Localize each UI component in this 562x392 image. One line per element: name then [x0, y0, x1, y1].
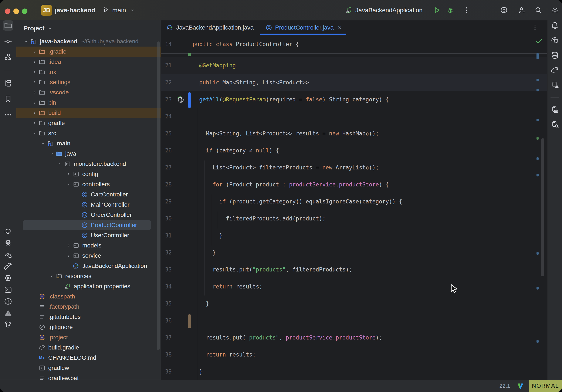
tree-item-gradle[interactable]: gradle — [16, 118, 161, 128]
code-line-38[interactable]: 38return results; — [161, 346, 547, 363]
running-devices-button[interactable] — [550, 80, 560, 90]
tree-item-.idea[interactable]: .idea — [16, 57, 161, 67]
chevron-collapsed-icon[interactable] — [31, 119, 38, 127]
tree-item-models[interactable]: models — [16, 240, 161, 251]
device-explorer-button[interactable] — [550, 119, 560, 130]
gradle-tool-button[interactable] — [550, 65, 560, 75]
version-control-tool-button[interactable] — [3, 320, 13, 330]
chevron-expanded-icon[interactable] — [22, 38, 30, 45]
code-with-me-button[interactable] — [518, 0, 526, 20]
ai-assistant-button[interactable] — [500, 0, 508, 20]
chevron-expanded-icon[interactable] — [31, 130, 38, 137]
chevron-collapsed-icon[interactable] — [31, 109, 38, 117]
project-tool-button[interactable] — [3, 20, 13, 31]
chevron-collapsed-icon[interactable] — [31, 68, 38, 76]
code-line-29[interactable]: 29if (product.getCategory().equalsIgnore… — [161, 193, 547, 210]
code-line-33[interactable]: 33results.put("products", filteredProduc… — [161, 261, 547, 278]
tree-item-changelog.md[interactable]: MCHANGELOG.md — [16, 353, 161, 363]
analysis-mark[interactable] — [537, 89, 539, 91]
tree-item-application.properties[interactable]: application.properties — [16, 281, 161, 291]
tree-item-service[interactable]: service — [16, 251, 161, 261]
more-tool-windows-button[interactable] — [3, 110, 13, 120]
branch-selector[interactable]: main — [112, 0, 126, 20]
code-line-28[interactable]: 28for (Product product : productService.… — [161, 176, 547, 193]
run-button[interactable] — [433, 0, 441, 20]
tree-item-javabackendapplication[interactable]: JavaBackendApplication — [16, 261, 161, 271]
analysis-mark[interactable] — [537, 174, 539, 177]
code-line-23[interactable]: 23getAll(@RequestParam(required = false)… — [161, 91, 547, 108]
code-line-22[interactable]: 22public Map<String, List<Product>> — [161, 74, 547, 91]
build-tool-button[interactable] — [3, 261, 13, 272]
code-line-36[interactable]: 36 — [161, 312, 547, 329]
tree-item-java[interactable]: java — [16, 149, 161, 159]
chevron-collapsed-icon[interactable] — [65, 252, 72, 260]
tree-item-.factorypath[interactable]: .factorypath — [16, 302, 161, 312]
incognito-tool-button[interactable] — [3, 238, 13, 248]
code-line-34[interactable]: 34return results; — [161, 278, 547, 295]
code-line-37[interactable]: 37results.put("products", productService… — [161, 329, 547, 346]
code-line-39[interactable]: 39} — [161, 363, 547, 380]
analysis-mark[interactable] — [537, 157, 539, 160]
structure-tool-button[interactable] — [3, 52, 13, 62]
bookmarks-tool-button[interactable] — [3, 94, 13, 104]
tree-item-java-backend[interactable]: java-backend~/Github/java-backend — [16, 36, 161, 47]
ai-assistant-tool-button[interactable] — [550, 35, 560, 46]
analysis-mark[interactable] — [537, 340, 539, 343]
device-manager-button[interactable] — [550, 105, 560, 115]
ideavim-icon[interactable] — [516, 382, 524, 390]
tree-item-.nx[interactable]: .nx — [16, 67, 161, 77]
warnings-tool-button[interactable] — [3, 308, 13, 318]
tree-item-controllers[interactable]: controllers — [16, 179, 161, 190]
chevron-collapsed-icon[interactable] — [31, 48, 38, 56]
analysis-mark[interactable] — [537, 119, 539, 121]
analysis-mark[interactable] — [537, 79, 539, 81]
project-scrollbar[interactable] — [157, 41, 160, 350]
tab-javabackendapplication[interactable]: JavaBackendApplication.java — [164, 20, 259, 35]
tree-item-cartcontroller[interactable]: CCartController — [16, 190, 161, 200]
code-line-26[interactable]: 26if (category ≠ null) { — [161, 142, 547, 159]
tree-item-usercontroller[interactable]: CUserController — [16, 230, 161, 240]
tree-item-.settings[interactable]: .settings — [16, 77, 161, 87]
run-configuration-selector[interactable]: JavaBackendApplication — [355, 0, 422, 20]
vim-mode-badge[interactable]: NORMAL — [529, 380, 562, 392]
tree-item-.gitignore[interactable]: .gitignore — [16, 322, 161, 332]
chevron-expanded-icon[interactable] — [65, 180, 72, 188]
tree-item-gradlew[interactable]: gradlew — [16, 363, 161, 373]
minimize-button[interactable] — [13, 9, 19, 14]
analysis-mark[interactable] — [537, 137, 539, 140]
database-tool-button[interactable] — [550, 50, 560, 60]
hierarchy-tool-button[interactable] — [3, 78, 13, 88]
tree-item-main[interactable]: main — [16, 138, 161, 149]
debug-button[interactable] — [446, 0, 455, 20]
search-everywhere-button[interactable] — [534, 0, 542, 20]
chevron-expanded-icon[interactable] — [39, 140, 47, 147]
tree-item-gradlew.bat[interactable]: gradlew.bat — [16, 373, 161, 380]
tree-item-.project[interactable]: .project — [16, 332, 161, 343]
profiler-tool-button[interactable] — [3, 249, 13, 260]
caret-position[interactable]: 22:1 — [499, 383, 510, 389]
analysis-mark[interactable] — [537, 53, 539, 59]
chevron-collapsed-icon[interactable] — [31, 58, 38, 66]
tree-item-.vscode[interactable]: .vscode — [16, 87, 161, 98]
zoom-button[interactable] — [22, 9, 27, 14]
code-line-25[interactable]: 25Map<String, List<Product>> results = n… — [161, 125, 547, 142]
chevron-collapsed-icon[interactable] — [65, 170, 72, 178]
tree-item-src[interactable]: src — [16, 128, 161, 138]
code-line-32[interactable]: 32} — [161, 244, 547, 261]
code-line-24[interactable]: 24 — [161, 108, 547, 125]
close-button[interactable] — [5, 9, 11, 14]
code-line-31[interactable]: 31} — [161, 227, 547, 244]
tree-item-build[interactable]: build — [16, 108, 161, 118]
inspections-ok-icon[interactable] — [535, 37, 543, 45]
tree-item-maincontroller[interactable]: CMainController — [16, 200, 161, 210]
code-line-27[interactable]: 27List<Product> filteredProducts = new A… — [161, 159, 547, 176]
chevron-expanded-icon[interactable] — [48, 272, 56, 280]
commit-tool-button[interactable] — [3, 36, 13, 46]
more-actions-button[interactable] — [463, 0, 471, 20]
project-panel-header[interactable]: Project — [16, 20, 161, 36]
services-tool-button[interactable] — [3, 273, 13, 283]
chevron-collapsed-icon[interactable] — [31, 99, 38, 107]
tree-item-.classpath[interactable]: .classpath — [16, 291, 161, 302]
settings-button[interactable] — [551, 0, 559, 20]
chevron-expanded-icon[interactable] — [48, 150, 56, 157]
